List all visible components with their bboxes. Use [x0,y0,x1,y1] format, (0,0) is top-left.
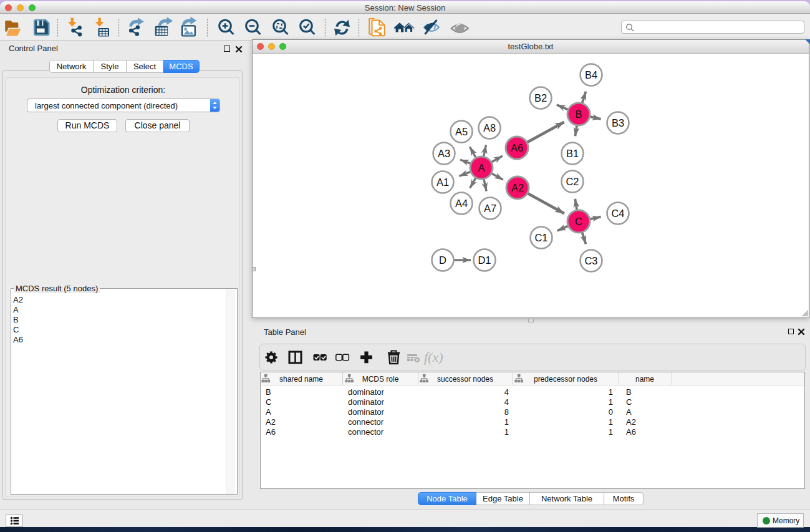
svg-text:C3: C3 [584,255,597,266]
svg-text:A4: A4 [455,198,468,209]
svg-text:MCDS role: MCDS role [362,375,399,384]
svg-text:A8: A8 [483,122,496,133]
svg-text:D: D [439,254,446,266]
svg-text:f(x): f(x) [424,349,443,365]
svg-text:D1: D1 [478,254,491,266]
svg-text:A6: A6 [511,142,523,153]
svg-text:A3: A3 [438,148,450,159]
svg-text:A: A [478,162,485,173]
svg-text:predecessor nodes: predecessor nodes [534,375,597,384]
svg-text:C1: C1 [534,232,547,243]
svg-text:A2: A2 [511,182,524,193]
svg-text:B: B [575,109,582,120]
svg-text:A1: A1 [436,177,449,188]
svg-text:successor nodes: successor nodes [437,375,493,384]
svg-text:B2: B2 [534,92,547,104]
svg-text:A5: A5 [455,126,468,137]
svg-text:C4: C4 [611,208,624,219]
svg-text:B4: B4 [585,69,597,80]
svg-text:B1: B1 [566,148,579,159]
svg-text:name: name [635,375,654,384]
svg-text:shared name: shared name [279,375,323,384]
svg-text:B3: B3 [612,117,624,128]
svg-text:C2: C2 [566,176,579,187]
svg-text:C: C [575,216,582,227]
svg-text:A7: A7 [484,203,496,214]
